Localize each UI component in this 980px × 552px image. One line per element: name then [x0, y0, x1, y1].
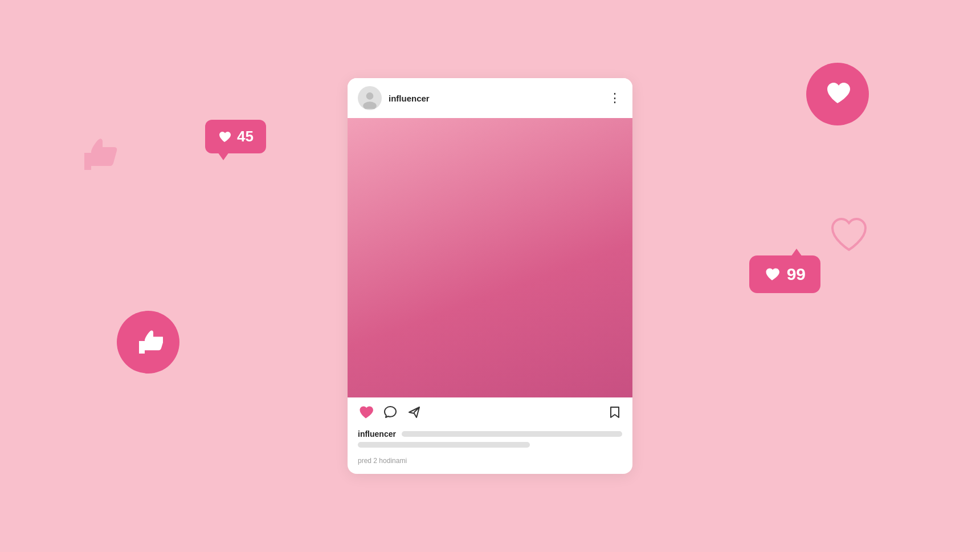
send-button[interactable]: [407, 405, 422, 420]
timestamp: pred 2 hodinami: [348, 457, 632, 474]
caption-text-placeholder: [402, 431, 622, 437]
more-options-button[interactable]: ⋮: [609, 92, 622, 104]
send-icon: [407, 405, 422, 420]
avatar: [358, 86, 382, 110]
card-header: influencer ⋮: [348, 78, 632, 118]
instagram-card: influencer ⋮ influencer: [348, 78, 632, 474]
comment-button[interactable]: [383, 405, 398, 420]
caption-row: influencer: [358, 429, 622, 439]
bookmark-icon: [607, 405, 622, 420]
card-image: [348, 118, 632, 397]
badge-heart-icon-lg: [764, 266, 780, 282]
like-button[interactable]: [358, 404, 374, 420]
caption-text-placeholder-2: [358, 442, 530, 448]
badge-heart-icon: [218, 130, 231, 144]
svg-point-1: [366, 92, 374, 100]
bookmark-button[interactable]: [607, 405, 622, 420]
badge-count-99: 99: [787, 265, 806, 284]
badge-count-45: 45: [237, 128, 254, 145]
heart-circle-right: [806, 63, 869, 125]
heart-filled-icon: [358, 404, 374, 420]
comment-icon: [383, 405, 398, 420]
bg-thumbsup-decoration: [80, 131, 125, 177]
caption-username: influencer: [358, 429, 396, 439]
card-caption: influencer: [348, 427, 632, 457]
bg-heart-decoration: [829, 217, 869, 254]
like-badge-99: 99: [749, 255, 820, 293]
card-actions: [348, 397, 632, 427]
card-username: influencer: [389, 94, 602, 103]
like-badge-45: 45: [205, 120, 266, 153]
thumbs-up-circle-left: [117, 311, 179, 374]
